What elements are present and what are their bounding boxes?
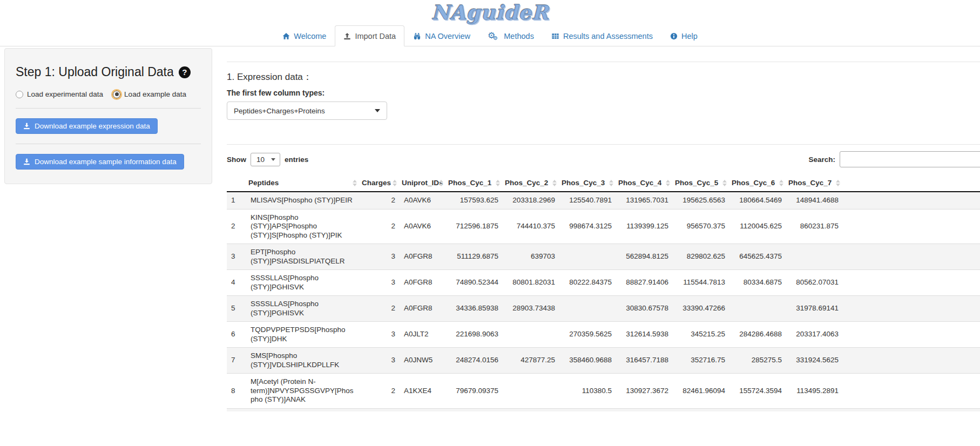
- header-charges[interactable]: Charges: [360, 174, 400, 192]
- app-header: NAguideR: [0, 0, 980, 25]
- table-row: 6TQDPVPPETPSDS[Phospho (STY)]DHK3A0JLT22…: [227, 322, 980, 348]
- page-length-select[interactable]: 10: [251, 153, 280, 166]
- header-uniprot_ids[interactable]: Uniprot_IDs: [400, 174, 446, 192]
- cell-value: 998674.3125: [559, 209, 616, 244]
- cell-value: 110380.5: [559, 374, 616, 408]
- cell-value: 74890.52344: [446, 270, 503, 296]
- next-row-sliver: [227, 408, 980, 411]
- header-label: Peptides: [248, 179, 279, 187]
- help-question-icon[interactable]: ?: [179, 66, 191, 78]
- tab-import-data[interactable]: Import Data: [335, 25, 404, 46]
- column-types-selected-value: Peptides+Charges+Proteins: [234, 107, 325, 115]
- cell-peptide: M[Acetyl (Protein N-term)]NPVYSPGSSGVPY[…: [246, 374, 360, 408]
- cell-uniprot: A0JNW5: [400, 348, 446, 374]
- cell-charge: 2: [360, 209, 400, 244]
- tab-na-overview[interactable]: NA Overview: [404, 25, 479, 46]
- header-rownum: [227, 174, 246, 192]
- cell-value: [503, 322, 559, 348]
- header-peptides[interactable]: Peptides: [246, 174, 360, 192]
- header-phos_cyc_1[interactable]: Phos_Cyc_1: [446, 174, 503, 192]
- cell-value: 312614.5938: [616, 322, 673, 348]
- cell-value: 221698.9063: [446, 322, 503, 348]
- tab-welcome[interactable]: Welcome: [274, 25, 335, 46]
- info-icon: [670, 32, 678, 40]
- cell-value: 203318.2969: [503, 192, 559, 209]
- cell-rownum: 4: [227, 270, 246, 296]
- tab-label: Welcome: [294, 31, 326, 42]
- cell-value: 270359.5625: [559, 322, 616, 348]
- divider: [16, 144, 201, 144]
- tab-results-assessments[interactable]: Results and Assessments: [543, 25, 661, 46]
- cell-value: 148941.4688: [786, 192, 843, 209]
- header-label: Phos_Cyc_1: [448, 179, 491, 187]
- cell-uniprot: A0FGR8: [400, 244, 446, 270]
- header-phos_cyc_2[interactable]: Phos_Cyc_2: [503, 174, 559, 192]
- tab-label: Help: [681, 31, 698, 42]
- cell-value: 31978.69141: [786, 296, 843, 322]
- cell-value: 203317.4063: [786, 322, 843, 348]
- cell-charge: 2: [360, 374, 400, 408]
- cell-filler: [843, 244, 980, 270]
- cell-rownum: 8: [227, 374, 246, 408]
- header-phos_cyc_5[interactable]: Phos_Cyc_5: [673, 174, 729, 192]
- cell-value: 80334.6875: [729, 270, 786, 296]
- header-phos_cyc_7[interactable]: Phos_Cyc_7: [786, 174, 843, 192]
- cell-uniprot: A0AVK6: [400, 209, 446, 244]
- download-icon: [23, 123, 30, 130]
- header-phos_cyc_3[interactable]: Phos_Cyc_3: [559, 174, 616, 192]
- cell-rownum: 3: [227, 244, 246, 270]
- cell-value: 285275.5: [729, 348, 786, 374]
- cell-filler: [843, 209, 980, 244]
- cell-peptide: EPT[Phospho (STY)]PSIASDISLPIATQELR: [246, 244, 360, 270]
- nav-tabs: Welcome Import Data NA Overview ⚙⚙ Metho…: [0, 25, 980, 46]
- cell-value: [559, 296, 616, 322]
- header-label: Phos_Cyc_2: [505, 179, 548, 187]
- table-row: 1MLISAVS[Phospho (STY)]PEIR2A0AVK6157593…: [227, 192, 980, 209]
- cell-value: 427877.25: [503, 348, 559, 374]
- app-logo: NAguideR: [431, 2, 549, 23]
- column-types-select[interactable]: Peptides+Charges+Proteins: [227, 102, 387, 120]
- cell-value: 358460.9688: [559, 348, 616, 374]
- cell-uniprot: A0JLT2: [400, 322, 446, 348]
- download-icon: [23, 158, 30, 165]
- cell-value: 1139399.125: [616, 209, 673, 244]
- cell-uniprot: A1KXE4: [400, 374, 446, 408]
- expression-table: PeptidesChargesUniprot_IDsPhos_Cyc_1Phos…: [227, 174, 980, 408]
- header-label: Phos_Cyc_4: [618, 179, 661, 187]
- cell-value: [786, 244, 843, 270]
- radio-label: Load experimental data: [27, 90, 103, 98]
- header-phos_cyc_4[interactable]: Phos_Cyc_4: [616, 174, 673, 192]
- cell-filler: [843, 322, 980, 348]
- sort-icon: [836, 180, 840, 186]
- cell-rownum: 5: [227, 296, 246, 322]
- header-phos_cyc_6[interactable]: Phos_Cyc_6: [729, 174, 786, 192]
- download-sample-information-button[interactable]: Download example sample information data: [16, 154, 184, 170]
- header-label: Phos_Cyc_3: [562, 179, 605, 187]
- cell-value: 88827.91406: [616, 270, 673, 296]
- cell-value: [729, 296, 786, 322]
- sort-icon: [722, 180, 727, 186]
- cell-value: 157593.625: [446, 192, 503, 209]
- cell-peptide: SMS[Phospho (STY)]VDLSHIPLKDPLLFK: [246, 348, 360, 374]
- download-expression-data-button[interactable]: Download example expression data: [16, 118, 158, 134]
- show-label: Show: [227, 156, 246, 164]
- cell-filler: [843, 374, 980, 408]
- sort-icon: [552, 180, 557, 186]
- search-input[interactable]: [840, 151, 980, 167]
- cell-value: [503, 374, 559, 408]
- cell-charge: 3: [360, 348, 400, 374]
- section-title: 1. Expression data：: [227, 71, 980, 83]
- radio-load-experimental-data[interactable]: Load experimental data: [16, 90, 103, 98]
- cell-value: 956570.375: [673, 209, 729, 244]
- tab-methods[interactable]: ⚙⚙ Methods: [479, 25, 543, 46]
- header-label: Phos_Cyc_6: [732, 179, 775, 187]
- sort-icon: [393, 180, 397, 186]
- cell-rownum: 7: [227, 348, 246, 374]
- radio-load-example-data[interactable]: Load example data: [113, 90, 186, 98]
- upload-panel: Step 1: Upload Original Data ? Load expe…: [4, 48, 212, 184]
- expression-datatable: Show 10 entries Search:: [227, 151, 980, 411]
- tab-help[interactable]: Help: [661, 25, 706, 46]
- radio-circle: [113, 91, 120, 98]
- cell-value: 131965.7031: [616, 192, 673, 209]
- cell-rownum: 2: [227, 209, 246, 244]
